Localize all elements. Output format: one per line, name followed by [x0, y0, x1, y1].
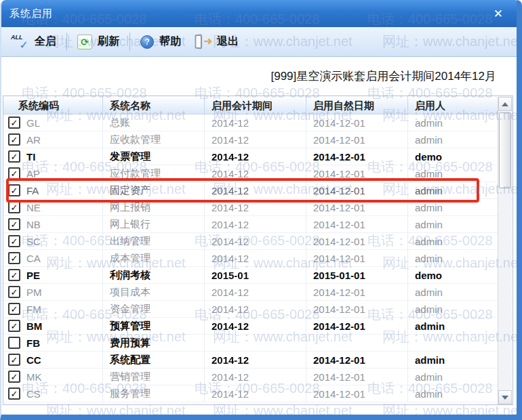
- close-button[interactable]: ✕: [488, 7, 508, 21]
- cell-natural-date-text: 2014-12-01: [313, 253, 365, 264]
- row-checkbox[interactable]: ✓: [8, 184, 20, 196]
- row-checkbox[interactable]: ✓: [8, 354, 20, 366]
- system-activation-dialog: 系统启用 ✕ ALL✓全启⟳刷新?帮助➜退出 [999]星空演示账套启用会计期间…: [0, 0, 522, 420]
- cell-natural-date-text: 2014-12-01: [313, 185, 365, 196]
- row-checkbox[interactable]: ✓: [8, 303, 20, 315]
- row-checkbox[interactable]: ✓: [8, 371, 20, 383]
- cell-activated-by-text: admin: [415, 134, 443, 146]
- table-row-FB[interactable]: FB费用预算: [3, 335, 513, 352]
- toolbar-button-all-start[interactable]: ALL✓全启: [4, 31, 63, 53]
- cell-accounting-period: 2014-12: [205, 233, 306, 249]
- account-set-caption: [999]星空演示账套启用会计期间2014年12月: [270, 68, 496, 84]
- cell-activated-by: admin: [408, 216, 513, 232]
- table-row-NB[interactable]: ✓NB网上银行2014-122014-12-01admin: [3, 216, 513, 233]
- system-code: FA: [26, 185, 39, 196]
- table-row-BM[interactable]: ✓BM预算管理2014-122014-12-01admin: [3, 318, 513, 335]
- table-row-CC[interactable]: ✓CC系统配置2014-122014-12-01admin: [3, 352, 513, 369]
- table-row-FM[interactable]: ✓FM资金管理2014-122014-12-01admin: [3, 301, 513, 318]
- scroll-down-button[interactable]: [498, 390, 512, 404]
- table-row-AP[interactable]: ✓AP应付款管理2014-122014-12-01admin: [3, 165, 513, 182]
- cell-activated-by-text: admin: [415, 388, 443, 400]
- cell-system-name-text: 服务管理: [110, 387, 150, 400]
- scrollbar-thumb[interactable]: [499, 112, 511, 188]
- table-row-TI[interactable]: ✓TI发票管理2014-122014-12-01demo: [3, 148, 513, 165]
- cell-activated-by: admin: [408, 250, 513, 266]
- row-checkbox[interactable]: ✓: [8, 252, 20, 264]
- cell-system-name-text: 发票管理: [110, 150, 150, 163]
- cell-code: ✓PM: [3, 284, 103, 300]
- cell-system-name-text: 资金管理: [110, 303, 150, 316]
- toolbar-button-label: 刷新: [98, 35, 119, 49]
- row-checkbox[interactable]: ✓: [8, 201, 20, 213]
- row-checkbox[interactable]: ✓: [8, 117, 20, 129]
- cell-system-name: 利润考核: [103, 267, 205, 283]
- cell-accounting-period-text: 2014-12: [212, 202, 249, 213]
- cell-system-name: 成本管理: [103, 250, 205, 266]
- row-checkbox[interactable]: ✓: [8, 235, 20, 247]
- column-header: 系统名称: [103, 96, 205, 114]
- table-row-GL[interactable]: ✓GL总账2014-122014-12-01admin: [3, 114, 513, 131]
- column-header: 系统编码: [3, 96, 103, 114]
- cell-accounting-period: 2014-12: [205, 199, 306, 215]
- system-code: CS: [26, 388, 41, 400]
- cell-natural-date: 2014-12-01: [306, 250, 408, 266]
- row-checkbox[interactable]: ✓: [8, 387, 20, 400]
- cell-natural-date-text: 2014-12-01: [313, 320, 365, 332]
- row-checkbox[interactable]: ✓: [8, 286, 20, 298]
- toolbar-button-help[interactable]: ?帮助: [134, 32, 188, 51]
- table-row-CA[interactable]: ✓CA成本管理2014-122014-12-01admin: [3, 250, 513, 267]
- cell-system-name-text: 固定资产: [110, 184, 150, 197]
- cell-code: ✓NE: [3, 199, 103, 215]
- scroll-up-button[interactable]: [498, 97, 512, 111]
- table-row-CS[interactable]: ✓CS服务管理2014-122014-12-01admin: [3, 385, 513, 402]
- cell-activated-by: admin: [408, 182, 513, 198]
- cell-accounting-period: 2014-12: [205, 216, 306, 232]
- table-row-PM[interactable]: ✓PM项目成本2014-122014-12-01admin: [3, 284, 513, 301]
- cell-accounting-period: 2014-12: [205, 284, 306, 300]
- systems-table: 系统编码系统名称启用会计期间启用自然日期启用人 ✓GL总账2014-122014…: [3, 96, 513, 405]
- cell-accounting-period-text: 2014-12: [212, 134, 249, 146]
- cell-system-name-text: 营销管理: [110, 371, 150, 383]
- table-row-FA[interactable]: ✓FA固定资产2014-122014-12-01admin: [3, 182, 513, 199]
- row-checkbox[interactable]: ✓: [8, 133, 20, 146]
- row-checkbox[interactable]: ✓: [8, 269, 20, 281]
- toolbar-button-refresh[interactable]: ⟳刷新: [71, 32, 126, 52]
- cell-accounting-period-text: 2014-12: [212, 117, 249, 129]
- row-checkbox[interactable]: ✓: [8, 218, 20, 230]
- cell-natural-date: 2014-12-01: [306, 165, 408, 182]
- table-row-MK[interactable]: ✓MK营销管理2014-122014-12-01admin: [3, 369, 513, 385]
- table-body: ✓GL总账2014-122014-12-01admin✓AR应收款管理2014-…: [3, 114, 513, 402]
- toolbar-button-exit[interactable]: ➜退出: [188, 32, 245, 52]
- cell-natural-date: 2014-12-01: [306, 199, 408, 215]
- row-checkbox[interactable]: ✓: [8, 150, 20, 163]
- cell-activated-by-text: admin: [415, 168, 443, 180]
- cell-accounting-period: 2014-12: [205, 385, 306, 402]
- row-checkbox[interactable]: ✓: [8, 167, 20, 180]
- row-checkbox[interactable]: [8, 337, 20, 349]
- table-row-SC[interactable]: ✓SC出纳管理2014-122014-12-01admin: [3, 233, 513, 250]
- system-code: PM: [26, 287, 42, 298]
- cell-accounting-period: 2014-12: [205, 131, 306, 148]
- cell-system-name: 应付款管理: [103, 165, 205, 182]
- cell-natural-date-text: 2014-12-01: [313, 354, 365, 366]
- table-row-PE[interactable]: ✓PE利润考核2015-012015-01-01demo: [3, 267, 513, 284]
- cell-accounting-period: 2014-12: [205, 165, 306, 182]
- row-checkbox[interactable]: ✓: [8, 320, 20, 332]
- cell-accounting-period: [205, 335, 306, 351]
- cell-accounting-period: 2014-12: [205, 352, 306, 368]
- cell-accounting-period: 2014-12: [205, 182, 306, 198]
- cell-accounting-period: 2014-12: [205, 148, 306, 165]
- cell-activated-by: demo: [408, 148, 513, 165]
- cell-code: ✓TI: [3, 148, 103, 165]
- table-row-AR[interactable]: ✓AR应收款管理2014-122014-12-01admin: [3, 131, 513, 148]
- cell-natural-date: 2014-12-01: [306, 114, 408, 131]
- cell-natural-date: 2014-12-01: [306, 369, 408, 385]
- table-row-NE[interactable]: ✓NE网上报销2014-122014-12-01admin: [3, 199, 513, 216]
- cell-natural-date-text: 2014-12-01: [313, 371, 365, 383]
- cell-system-name: 资金管理: [103, 301, 205, 317]
- cell-accounting-period-text: 2014-12: [212, 168, 249, 180]
- vertical-scrollbar[interactable]: [498, 97, 512, 404]
- system-code: GL: [26, 117, 40, 129]
- system-code: TI: [26, 151, 35, 163]
- toolbar-button-label: 帮助: [159, 35, 181, 49]
